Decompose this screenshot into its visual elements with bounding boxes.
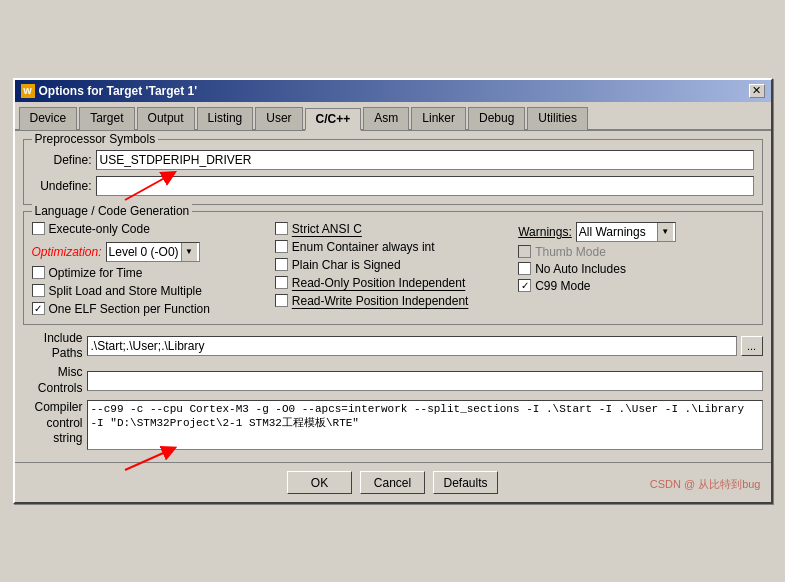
define-input[interactable] bbox=[96, 150, 754, 170]
execute-only-row: Execute-only Code bbox=[32, 222, 267, 236]
tab-debug[interactable]: Debug bbox=[468, 107, 525, 130]
c99-mode-row: C99 Mode bbox=[518, 279, 753, 293]
cancel-button[interactable]: Cancel bbox=[360, 471, 425, 494]
language-label: Language / Code Generation bbox=[32, 204, 193, 218]
compiler-label: Compiler control string bbox=[23, 400, 83, 447]
optimization-label: Optimization: bbox=[32, 245, 102, 259]
no-auto-checkbox[interactable] bbox=[518, 262, 531, 275]
warnings-label: Warnings: bbox=[518, 225, 572, 239]
title-bar: W Options for Target 'Target 1' ✕ bbox=[15, 80, 771, 102]
plain-char-row: Plain Char is Signed bbox=[275, 258, 510, 272]
warnings-arrow[interactable]: ▼ bbox=[657, 223, 673, 241]
readwrite-pos-checkbox[interactable] bbox=[275, 294, 288, 307]
tab-user[interactable]: User bbox=[255, 107, 302, 130]
browse-button[interactable]: ... bbox=[741, 336, 763, 356]
lang-col-1: Execute-only Code Optimization: Level 0 … bbox=[32, 222, 267, 316]
preprocessor-label: Preprocessor Symbols bbox=[32, 132, 159, 146]
misc-row: Misc Controls bbox=[23, 365, 763, 396]
execute-only-checkbox[interactable] bbox=[32, 222, 45, 235]
readonly-pos-label: Read-Only Position Independent bbox=[292, 276, 465, 290]
c99-mode-checkbox[interactable] bbox=[518, 279, 531, 292]
language-group: Language / Code Generation Execute-only … bbox=[23, 211, 763, 325]
tab-bar: Device Target Output Listing User C/C++ … bbox=[15, 102, 771, 131]
c99-mode-label: C99 Mode bbox=[535, 279, 590, 293]
warnings-select[interactable]: All Warnings ▼ bbox=[576, 222, 676, 242]
tab-asm[interactable]: Asm bbox=[363, 107, 409, 130]
optimization-value: Level 0 (-O0) bbox=[109, 245, 179, 259]
readwrite-pos-row: Read-Write Position Independent bbox=[275, 294, 510, 308]
plain-char-checkbox[interactable] bbox=[275, 258, 288, 271]
optimize-time-checkbox[interactable] bbox=[32, 266, 45, 279]
enum-container-checkbox[interactable] bbox=[275, 240, 288, 253]
include-row: Include Paths ... bbox=[23, 331, 763, 362]
defaults-button[interactable]: Defaults bbox=[433, 471, 498, 494]
close-button[interactable]: ✕ bbox=[749, 84, 765, 98]
tab-listing[interactable]: Listing bbox=[197, 107, 254, 130]
enum-container-label: Enum Container always int bbox=[292, 240, 435, 254]
main-window: W Options for Target 'Target 1' ✕ Device… bbox=[13, 78, 773, 504]
strict-ansi-checkbox[interactable] bbox=[275, 222, 288, 235]
optimization-arrow[interactable]: ▼ bbox=[181, 243, 197, 261]
strict-ansi-label: Strict ANSI C bbox=[292, 222, 362, 236]
tab-utilities[interactable]: Utilities bbox=[527, 107, 588, 130]
thumb-mode-label: Thumb Mode bbox=[535, 245, 606, 259]
undefine-input[interactable] bbox=[96, 176, 754, 196]
include-label: Include Paths bbox=[23, 331, 83, 362]
undefine-label: Undefine: bbox=[32, 179, 92, 193]
lang-col-2: Strict ANSI C Enum Container always int … bbox=[275, 222, 510, 316]
no-auto-row: No Auto Includes bbox=[518, 262, 753, 276]
one-elf-label: One ELF Section per Function bbox=[49, 302, 210, 316]
execute-only-label: Execute-only Code bbox=[49, 222, 150, 236]
one-elf-row: One ELF Section per Function bbox=[32, 302, 267, 316]
readonly-pos-row: Read-Only Position Independent bbox=[275, 276, 510, 290]
tab-target[interactable]: Target bbox=[79, 107, 134, 130]
compiler-textarea[interactable]: --c99 -c --cpu Cortex-M3 -g -O0 --apcs=i… bbox=[87, 400, 763, 450]
include-input[interactable] bbox=[87, 336, 737, 356]
language-section: Execute-only Code Optimization: Level 0 … bbox=[32, 222, 754, 316]
optimization-select[interactable]: Level 0 (-O0) ▼ bbox=[106, 242, 200, 262]
app-icon: W bbox=[21, 84, 35, 98]
optimization-row: Optimization: Level 0 (-O0) ▼ bbox=[32, 242, 267, 262]
optimize-time-row: Optimize for Time bbox=[32, 266, 267, 280]
tab-output[interactable]: Output bbox=[137, 107, 195, 130]
warnings-value: All Warnings bbox=[579, 225, 655, 239]
define-label: Define: bbox=[32, 153, 92, 167]
readonly-pos-checkbox[interactable] bbox=[275, 276, 288, 289]
split-load-row: Split Load and Store Multiple bbox=[32, 284, 267, 298]
lang-col-3: Warnings: All Warnings ▼ Thumb Mode bbox=[518, 222, 753, 316]
content-area: Preprocessor Symbols Define: Undefine: L… bbox=[15, 131, 771, 458]
split-load-label: Split Load and Store Multiple bbox=[49, 284, 202, 298]
split-load-checkbox[interactable] bbox=[32, 284, 45, 297]
misc-input[interactable] bbox=[87, 371, 763, 391]
undefine-row: Undefine: bbox=[32, 176, 754, 196]
plain-char-label: Plain Char is Signed bbox=[292, 258, 401, 272]
define-row: Define: bbox=[32, 150, 754, 170]
ok-button[interactable]: OK bbox=[287, 471, 352, 494]
tab-cpp[interactable]: C/C++ bbox=[305, 108, 362, 131]
tab-device[interactable]: Device bbox=[19, 107, 78, 130]
thumb-mode-checkbox bbox=[518, 245, 531, 258]
thumb-mode-row: Thumb Mode bbox=[518, 245, 753, 259]
enum-container-row: Enum Container always int bbox=[275, 240, 510, 254]
window-title: Options for Target 'Target 1' bbox=[39, 84, 198, 98]
optimize-time-label: Optimize for Time bbox=[49, 266, 143, 280]
compiler-row: Compiler control string --c99 -c --cpu C… bbox=[23, 400, 763, 450]
watermark: CSDN @ 从比特到bug bbox=[650, 477, 761, 492]
title-bar-left: W Options for Target 'Target 1' bbox=[21, 84, 198, 98]
strict-ansi-row: Strict ANSI C bbox=[275, 222, 510, 236]
readwrite-pos-label: Read-Write Position Independent bbox=[292, 294, 469, 308]
misc-label: Misc Controls bbox=[23, 365, 83, 396]
no-auto-label: No Auto Includes bbox=[535, 262, 626, 276]
one-elf-checkbox[interactable] bbox=[32, 302, 45, 315]
preprocessor-group: Preprocessor Symbols Define: Undefine: bbox=[23, 139, 763, 205]
tab-linker[interactable]: Linker bbox=[411, 107, 466, 130]
